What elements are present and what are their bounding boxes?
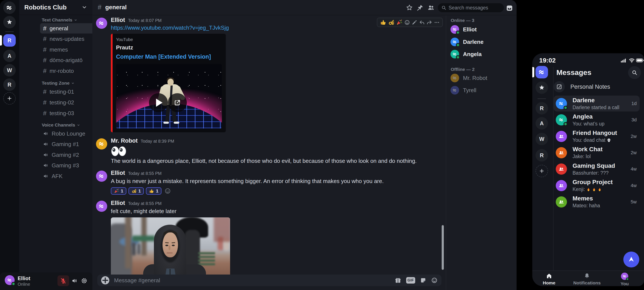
server-icon-a[interactable]: A <box>3 50 16 62</box>
conversation-row-memes[interactable]: MemesMateo: haha5w <box>554 194 640 210</box>
ok-hand-reaction-button[interactable] <box>388 19 394 25</box>
message-author[interactable]: Elliot <box>111 170 125 176</box>
section-header-text-channels[interactable]: Text Channels <box>42 17 77 23</box>
edit-button[interactable] <box>412 19 417 25</box>
party-popper-reaction-button[interactable] <box>396 19 402 25</box>
server-icon-w[interactable]: W <box>3 64 16 76</box>
nav-item-notifications[interactable]: Notifications <box>574 273 600 286</box>
conversation-time: 1d <box>632 101 637 106</box>
message: Mr. RobotToday at 8:39 PMThe world is a … <box>96 138 440 164</box>
member-row-tyrell[interactable]: Tyrell <box>448 85 515 96</box>
preview-text: You: what’s up <box>572 121 604 127</box>
fire-emoji <box>586 187 590 192</box>
preview-text: Kenji: <box>572 186 585 192</box>
server-icon-r[interactable]: R <box>3 78 16 91</box>
gif-picker-button[interactable]: GIF <box>406 277 415 284</box>
member-row-mrrobot[interactable]: Mr. Robot <box>448 72 515 84</box>
star-icon[interactable] <box>406 4 413 11</box>
add-reaction-button[interactable] <box>164 188 171 194</box>
chat-pane: ElliotToday at 8:07 PMhttps://www.youtub… <box>92 0 446 290</box>
member-list-toggle-icon[interactable] <box>428 4 434 11</box>
conversation-row-anglea[interactable]: AngleaYou: what’s up3d <box>554 112 640 128</box>
avatar[interactable] <box>96 201 107 212</box>
reaction-party-popper[interactable]: 1 <box>111 187 126 195</box>
open-external-button[interactable] <box>168 93 187 112</box>
section-label: Testing Zone <box>42 81 70 86</box>
attach-plus-button[interactable] <box>101 276 109 285</box>
plus-icon[interactable] <box>3 92 16 105</box>
chat-scrollbar[interactable] <box>442 225 444 270</box>
embed-title[interactable]: Computer Man [Extended Version] <box>116 53 222 60</box>
play-button[interactable] <box>149 93 168 112</box>
message-author[interactable]: Elliot <box>111 200 125 206</box>
member-row-angela[interactable]: Angela <box>448 49 515 60</box>
hash-icon: # <box>43 99 46 106</box>
pin-icon[interactable] <box>417 4 424 11</box>
emoji-picker-icon[interactable] <box>431 277 438 284</box>
section-header-voice-channels[interactable]: Voice Channels <box>42 122 80 128</box>
search-button[interactable] <box>628 66 641 79</box>
star-icon[interactable] <box>3 16 16 28</box>
avatar[interactable] <box>96 18 107 29</box>
voice-channel-icon <box>43 141 49 147</box>
member-row-elliot[interactable]: Elliot <box>448 24 515 35</box>
conversation-row-group-project[interactable]: Group ProjectKenji:4w <box>554 178 640 194</box>
avatar[interactable] <box>96 138 107 149</box>
avatar[interactable] <box>96 170 107 182</box>
server-icon-w[interactable]: W <box>536 133 548 145</box>
reaction-thumbs-up[interactable]: 1 <box>146 187 162 195</box>
thumbs-up-icon <box>149 188 154 194</box>
reply-button[interactable] <box>419 19 425 25</box>
star-icon[interactable] <box>536 81 548 94</box>
offline-count-label: Offline — 2 <box>451 67 474 72</box>
gift-icon[interactable] <box>394 277 402 284</box>
personal-notes-row[interactable]: Personal Notes <box>554 80 641 93</box>
avatar <box>556 114 567 126</box>
app-logo-icon[interactable] <box>3 1 16 14</box>
search-input[interactable]: Search messages <box>438 3 504 12</box>
section-header-testing-zone[interactable]: Testing Zone <box>42 80 74 86</box>
server-icon-a[interactable]: A <box>536 117 548 130</box>
popout-icon <box>174 99 181 107</box>
conversation-preview: Basshunter: ??? <box>572 170 625 176</box>
conversation-name: Darlene <box>572 97 626 104</box>
nav-item-you[interactable]: You <box>612 273 638 286</box>
conversation-row-darlene[interactable]: DarleneDarlene started a call1d <box>554 96 640 112</box>
server-icon-r[interactable]: R <box>536 102 548 115</box>
message: ElliotToday at 8:55 PMA bug is never jus… <box>96 170 440 195</box>
channel-sidebar: Text Channels#general#news-updates#memes… <box>19 0 92 290</box>
server-icon-r[interactable]: R <box>536 149 548 161</box>
server-header[interactable]: Robotics Club <box>19 0 92 15</box>
group-icon <box>558 199 564 205</box>
nav-item-home[interactable]: Home <box>536 273 562 286</box>
add-reaction-button[interactable] <box>404 19 410 25</box>
member-name: Tyrell <box>463 87 476 94</box>
inbox-icon[interactable] <box>506 4 513 11</box>
message-author[interactable]: Elliot <box>111 17 125 23</box>
thumbs-up-reaction-button[interactable] <box>380 19 386 25</box>
video-thumbnail[interactable] <box>116 64 222 129</box>
more-button[interactable] <box>434 19 440 25</box>
embed-author: Prautz <box>116 44 222 51</box>
mic-muted-button[interactable] <box>58 275 69 286</box>
message-author[interactable]: Mr. Robot <box>111 138 138 144</box>
conversation-row-gaming-squad[interactable]: Gaming SquadBasshunter: ???4w <box>554 161 640 177</box>
attachment-image[interactable] <box>111 217 230 283</box>
conversation-row-work-chat[interactable]: Work ChatJake: lol2w <box>554 145 640 161</box>
app-logo-icon[interactable] <box>536 66 548 78</box>
embed-provider: YouTube <box>116 37 222 42</box>
forward-button[interactable] <box>426 19 432 25</box>
member-row-darlene[interactable]: Darlene <box>448 36 515 47</box>
voice-channel-icon <box>43 131 49 137</box>
channel-label: Gaming #2 <box>52 152 79 158</box>
new-message-fab[interactable] <box>623 252 639 268</box>
conversation-row-friend-hangout[interactable]: Friend HangoutYou: dead chat2w <box>554 129 640 144</box>
reaction-ok-hand[interactable]: 1 <box>128 187 144 195</box>
message-input[interactable]: Message #general <box>114 277 390 284</box>
plus-icon[interactable] <box>536 165 548 177</box>
hash-icon: # <box>43 25 46 32</box>
sticker-icon[interactable] <box>420 277 426 284</box>
server-icon-r[interactable]: R <box>3 34 16 47</box>
avatar[interactable] <box>5 275 15 285</box>
settings-gear-button[interactable] <box>78 275 90 286</box>
